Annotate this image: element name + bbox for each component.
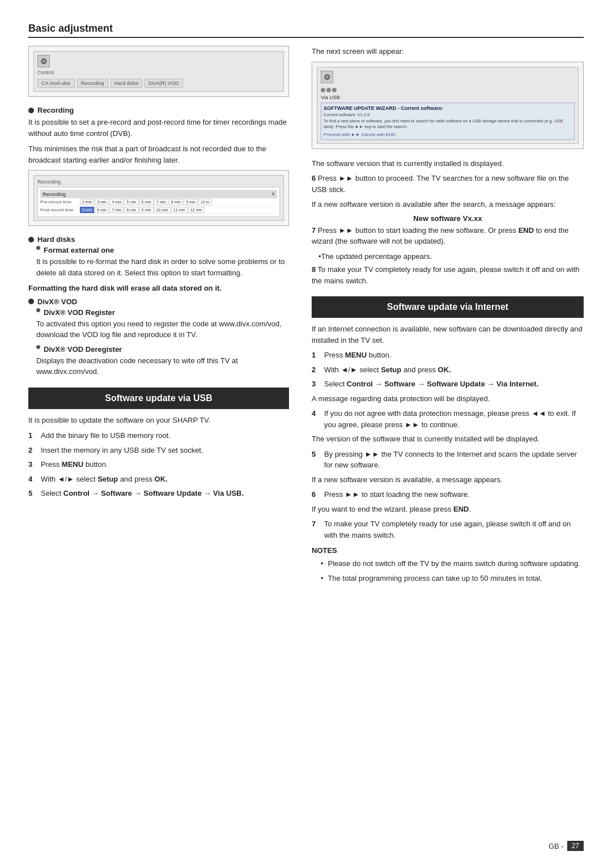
notes-title: NOTES	[312, 546, 584, 555]
internet-step-4: 4 If you do not agree with data protecti…	[312, 408, 584, 430]
dot-1	[321, 88, 325, 92]
internet-intro: If an Internet connection is available, …	[312, 324, 584, 346]
pre-record-cells: 2 min 3 min 4 min 5 min 6 min 7 min 8 mi…	[80, 199, 212, 205]
left-column: ⚙ Control CA mod-ules Recording Hard dis…	[28, 46, 289, 588]
note-bullet-2: •	[321, 573, 324, 584]
para-new: If a new software version is available, …	[312, 474, 584, 486]
divx-register-label: DivX® VOD Register	[44, 308, 115, 317]
gear-right-icon: ⚙	[321, 71, 333, 83]
internet-section-box: Software update via Internet	[312, 296, 584, 318]
notes-list: • Please do not switch off the TV by the…	[321, 558, 584, 584]
cell-5min: 5 min	[124, 199, 138, 205]
step7-num: 7	[312, 226, 316, 235]
divx-deregister-text: Displays the deactivation code necessary…	[36, 355, 289, 377]
para-press6: 6 Press ►► button to proceed. The TV sea…	[312, 173, 584, 195]
new-software-label: New software Vx.xx	[312, 214, 584, 223]
internet-step-4-num: 4	[312, 408, 320, 430]
internet-steps-list-2: 4 If you do not agree with data protecti…	[312, 408, 584, 430]
usb-step-2: 2 Insert the memory in any USB side TV s…	[28, 445, 289, 456]
mockup-recording-label: Recording	[37, 179, 280, 185]
usb-section-box: Software update via USB	[28, 388, 289, 409]
bullet-circle-hd-icon	[28, 237, 34, 242]
usb-step-2-num: 2	[28, 445, 36, 456]
hard-disks-label: Hard disks	[37, 235, 75, 244]
internet-step-7: 7 To make your TV completely ready for u…	[312, 518, 584, 541]
notes-section: NOTES • Please do not switch off the TV …	[312, 546, 584, 584]
recording-para2: This minimises the risk that a part of b…	[28, 143, 289, 165]
mockup-tab-divx: DivX(R) VOD	[144, 79, 183, 88]
recording-section: Recording It is possible to set a pre-re…	[28, 106, 289, 165]
usb-section-title: Software update via USB	[105, 393, 212, 403]
cell-6min: 6 min	[139, 199, 154, 205]
mockup-inner-2: Recording Recording × Pre-record time 2 …	[33, 175, 284, 221]
usb-step-3-num: 3	[28, 459, 36, 470]
cell-2min: 2 min	[80, 199, 94, 205]
hard-disks-section: Hard disks Format external one It is pos…	[28, 235, 289, 294]
usb-step-5-text: Select Control → Software → Software Upd…	[41, 488, 244, 499]
step6-num: 6	[312, 174, 316, 182]
post-record-label: Post-record time	[40, 207, 80, 212]
mockup-content-area: Recording × Pre-record time 2 min 3 min …	[37, 187, 280, 217]
internet-step-5-num: 5	[312, 449, 320, 471]
mockup-dots	[321, 88, 575, 92]
cell-post-6min: 6 min	[95, 207, 109, 213]
cell-post-10min: 10 min	[154, 207, 171, 213]
internet-step-1: 1 Press MENU button.	[312, 350, 584, 361]
proceed-text: Proceed with ►► Cancel with END	[324, 132, 396, 137]
search-text: To find a new piece of software, you fir…	[324, 118, 572, 130]
mockup-control-label: Control	[37, 70, 280, 75]
usb-step-1-num: 1	[28, 430, 36, 441]
usb-step-5-num: 5	[28, 488, 36, 499]
section-title: Basic adjustment	[28, 23, 584, 35]
page-num-label: GB -	[549, 842, 564, 850]
update-box: SOFTWARE UPDATE WIZARD - Current softwar…	[321, 103, 575, 140]
ui-mockup-1: ⚙ Control CA mod-ules Recording Hard dis…	[28, 46, 289, 97]
ui-mockup-right: ⚙ Via USB SOFTWARE UPDATE WIZARD - Curre…	[312, 62, 584, 149]
cell-9min: 9 min	[184, 199, 198, 205]
step7-text: 7 Press ►► button to start loading the n…	[312, 225, 584, 247]
usb-step-2-text: Insert the memory in any USB side TV set…	[41, 445, 203, 456]
note-1-text: Please do not switch off the TV by the m…	[328, 558, 580, 569]
internet-section-title: Software update via Internet	[387, 302, 508, 312]
format-external-heading: Format external one	[36, 246, 289, 254]
para-available: If a new software version is available a…	[312, 199, 584, 210]
post-record-cells: 5 min 6 min 7 min 8 min 9 min 10 min 11 …	[80, 207, 205, 213]
usb-step-1-text: Add the binary file to USB memory root.	[41, 430, 171, 441]
internet-step-4-text: If you do not agree with data protection…	[324, 408, 584, 430]
post-record-row: Post-record time 5 min 6 min 7 min 8 min…	[40, 206, 277, 214]
pre-record-row: Pre-record time 2 min 3 min 4 min 5 min …	[40, 198, 277, 206]
divx-heading: DivX® VOD	[28, 297, 289, 306]
internet-step-7-num: 7	[312, 518, 320, 541]
internet-steps-list: 1 Press MENU button. 2 With ◄/► select S…	[312, 350, 584, 390]
updated-percent: •The updated percentage appears.	[318, 251, 584, 262]
para-installed: The software version that is currently i…	[312, 158, 584, 169]
two-column-layout: ⚙ Control CA mod-ules Recording Hard dis…	[28, 46, 584, 588]
internet-step-7-text: To make your TV completely ready for use…	[324, 518, 584, 541]
cell-3min: 3 min	[95, 199, 109, 205]
internet-steps-list-3: 5 By pressing ►► the TV connects to the …	[312, 449, 584, 471]
cell-post-7min: 7 min	[109, 207, 124, 213]
next-screen-label: The next screen will appear:	[312, 46, 584, 57]
bullet-small-dereg-icon	[36, 345, 40, 349]
bullet-circle-icon	[28, 108, 34, 113]
internet-step-3: 3 Select Control → Software → Software U…	[312, 378, 584, 390]
page-num-box: 27	[567, 841, 584, 851]
cell-post-5min: 5 min	[80, 207, 94, 213]
mockup-row-header: Recording ×	[40, 190, 277, 198]
internet-steps-list-4: 6 Press ►► to start loading the new soft…	[312, 489, 584, 500]
internet-step-2: 2 With ◄/► select Setup and press OK.	[312, 364, 584, 376]
bullet-small-reg-icon	[36, 308, 40, 312]
mockup-tabs: CA mod-ules Recording Hard disks DivX(R)…	[37, 79, 280, 88]
cell-8min: 8 min	[169, 199, 183, 205]
usb-step-4-num: 4	[28, 474, 36, 485]
right-column: The next screen will appear: ⚙ Via USB S…	[312, 46, 584, 588]
step8-num: 8	[312, 265, 316, 274]
via-usb-label: Via USB	[321, 95, 575, 100]
internet-step-1-num: 1	[312, 350, 320, 361]
mockup-content-title: Recording	[42, 192, 66, 197]
internet-step-2-num: 2	[312, 364, 320, 376]
bullet-circle-divx-icon	[28, 299, 34, 304]
usb-intro: It is possible to update the software on…	[28, 415, 289, 426]
page-number: GB - 27	[549, 841, 584, 851]
step8-text: 8 To make your TV completely ready for u…	[312, 264, 584, 286]
